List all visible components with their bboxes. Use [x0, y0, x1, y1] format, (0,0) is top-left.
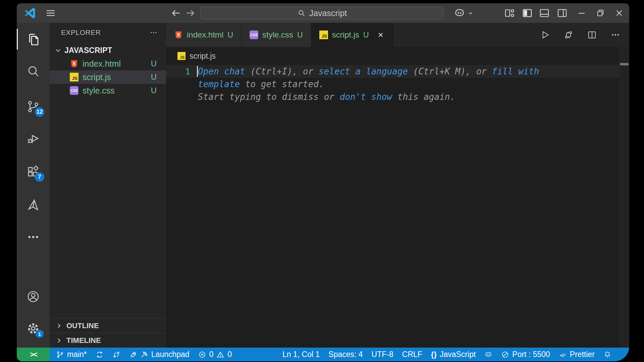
search-icon — [26, 64, 40, 78]
window-minimize-button[interactable] — [576, 8, 587, 18]
ghost-text: (Ctrl+K M), or — [408, 66, 492, 76]
editor-more-actions-icon[interactable] — [610, 30, 621, 40]
activity-more-views-button[interactable] — [17, 228, 50, 246]
activity-bar: 12 7 1 — [17, 23, 50, 348]
ghost-link-fill-with-template[interactable]: fill with — [492, 66, 539, 76]
command-center-text: Javascript — [309, 8, 347, 18]
copilot-status-item[interactable] — [480, 348, 497, 361]
breadcrumb[interactable]: JS script.js — [166, 47, 629, 65]
code-editor[interactable]: 1 Open chat (Ctrl+I), or select a langua… — [166, 65, 629, 348]
git-status-untracked: U — [151, 86, 157, 95]
command-center-search[interactable]: Javascript — [200, 7, 444, 19]
timeline-section-header[interactable]: TIMELINE — [50, 333, 166, 348]
eol-item[interactable]: CRLF — [398, 348, 427, 361]
indentation-item[interactable]: Spaces: 4 — [324, 348, 367, 361]
activity-search-button[interactable] — [17, 62, 50, 80]
explorer-title: EXPLORER — [61, 28, 101, 37]
indentation: Spaces: 4 — [328, 350, 363, 359]
file-name: index.html — [83, 59, 121, 69]
launchpad-item[interactable]: Launchpad — [125, 348, 194, 361]
live-server-port-item[interactable]: Port : 5500 — [497, 348, 554, 361]
window-restore-button[interactable] — [595, 8, 606, 18]
activity-prism-extension-button[interactable] — [17, 196, 50, 214]
settings-button[interactable]: 1 — [17, 320, 50, 337]
tab-script-js[interactable]: JS script.js U — [311, 23, 393, 47]
file-row-index-html[interactable]: 5 index.html U — [50, 57, 166, 70]
problems-item[interactable]: 0 0 — [194, 348, 236, 361]
copilot-dropdown-chevron-icon[interactable] — [467, 9, 474, 17]
file-row-style-css[interactable]: CSS style.css U — [50, 84, 166, 97]
menu-hamburger-icon[interactable] — [45, 7, 56, 19]
tab-close-icon[interactable] — [376, 31, 385, 39]
notifications-item[interactable] — [599, 348, 616, 361]
svg-text:5: 5 — [177, 33, 180, 37]
git-branch-item[interactable]: main* — [52, 348, 91, 361]
sync-icon — [96, 351, 104, 359]
title-bar: Javascript — [17, 3, 629, 23]
tab-label: index.html — [187, 30, 223, 40]
ghost-link-dont-show[interactable]: don't show — [340, 92, 392, 102]
ghost-link-open-chat[interactable]: Open chat — [198, 66, 245, 76]
split-editor-button[interactable] — [587, 30, 597, 40]
account-button[interactable] — [17, 288, 50, 305]
sync-changes-item[interactable] — [91, 348, 108, 361]
tab-bar: 5 index.html U CSS style.css U JS script… — [166, 23, 629, 47]
folder-row-javascript[interactable]: JAVASCRIPT — [50, 44, 166, 57]
activity-explorer-button[interactable] — [17, 31, 50, 48]
cursor-position-item[interactable]: Ln 1, Col 1 — [278, 348, 324, 361]
vscode-window: Javascript — [17, 3, 629, 361]
toggle-panel-icon[interactable] — [539, 7, 550, 19]
toggle-secondary-sidebar-icon[interactable] — [556, 7, 568, 19]
activity-run-debug-button[interactable] — [17, 130, 50, 147]
ghost-link-fill-with-template[interactable]: template — [198, 79, 240, 89]
compare-changes-icon — [112, 351, 120, 359]
activity-extensions-button[interactable]: 7 — [17, 163, 50, 180]
tab-index-html[interactable]: 5 index.html U — [166, 23, 241, 47]
editor-scrollbar[interactable] — [619, 47, 629, 348]
ghost-text: to get started. — [240, 79, 324, 89]
compare-changes-item[interactable] — [108, 348, 125, 361]
file-row-script-js[interactable]: JS script.js U — [50, 70, 166, 84]
double-check-icon — [559, 351, 567, 359]
prettier-item[interactable]: Prettier — [554, 348, 599, 361]
cursor-position: Ln 1, Col 1 — [282, 350, 320, 359]
js-file-icon: JS — [70, 73, 78, 81]
settings-badge: 1 — [36, 330, 44, 338]
branch-name: main* — [67, 350, 87, 359]
activity-source-control-button[interactable]: 12 — [17, 98, 50, 115]
tab-style-css[interactable]: CSS style.css U — [241, 23, 311, 47]
code-line-1-wrap[interactable]: template to get started. — [166, 78, 629, 90]
language-mode-item[interactable]: {} JavaScript — [427, 348, 480, 361]
css-file-icon: CSS — [250, 31, 258, 39]
explorer-sidebar: EXPLORER JAVASCRIPT 5 index.html U JS — [50, 23, 166, 348]
scrollbar-thumb[interactable] — [620, 63, 629, 65]
tab-label: script.js — [332, 30, 359, 40]
bell-icon — [603, 351, 611, 359]
window-close-button[interactable] — [614, 8, 625, 18]
editor-group: 5 index.html U CSS style.css U JS script… — [166, 23, 629, 348]
navigate-forward-icon[interactable] — [184, 7, 196, 19]
open-changes-button[interactable] — [564, 30, 574, 40]
file-name: script.js — [83, 72, 111, 82]
source-control-badge: 12 — [35, 107, 44, 117]
encoding-item[interactable]: UTF-8 — [367, 348, 398, 361]
html-file-icon: 5 — [174, 31, 183, 39]
outline-section-header[interactable]: OUTLINE — [50, 318, 166, 333]
run-file-button[interactable] — [540, 30, 550, 40]
navigate-back-icon[interactable] — [170, 7, 182, 19]
code-line-1[interactable]: 1 Open chat (Ctrl+I), or select a langua… — [166, 65, 629, 78]
explorer-more-actions-icon[interactable] — [149, 28, 158, 37]
copilot-icon[interactable] — [453, 6, 466, 20]
ghost-link-select-language[interactable]: select a language — [319, 66, 408, 76]
section-label: OUTLINE — [66, 321, 99, 330]
git-status-untracked: U — [227, 31, 233, 40]
customize-layout-icon[interactable] — [504, 7, 515, 19]
tab-label: style.css — [262, 30, 293, 40]
vscode-logo-icon — [24, 7, 36, 19]
html-file-icon: 5 — [70, 59, 78, 68]
code-line-2[interactable]: Start typing to dismiss or don't show th… — [166, 90, 629, 103]
toggle-primary-sidebar-icon[interactable] — [522, 7, 533, 19]
braces-icon: {} — [431, 350, 437, 359]
js-file-icon: JS — [319, 31, 328, 39]
remote-indicator[interactable]: >< — [17, 348, 50, 361]
